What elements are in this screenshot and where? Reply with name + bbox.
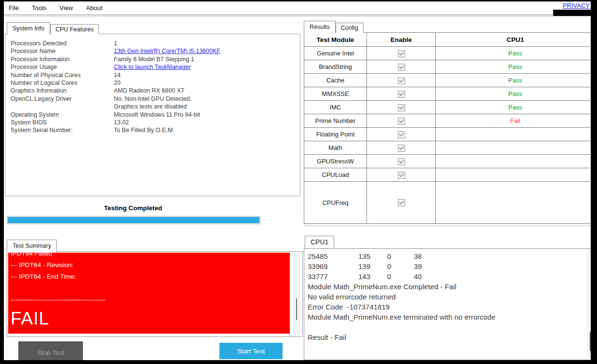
log-line: Module Math_PrimeNum.exe Completed - Fai… <box>308 282 585 292</box>
tab-results[interactable]: Results <box>304 21 336 33</box>
log-cell: 139 <box>358 261 387 271</box>
system-info-row: Number of Physical Cores14 <box>11 71 220 79</box>
log-number-row: 33777143040 <box>308 271 585 282</box>
info-value: No. Non-Intel GPU Detected. <box>114 95 191 102</box>
tab-cpu1[interactable]: CPU1 <box>305 236 334 248</box>
results-table: Test ModuleEnableCPU1 Genuine IntelPassB… <box>304 32 595 224</box>
tab-test-summary[interactable]: Test Summary <box>7 240 57 252</box>
log-line <box>308 322 585 332</box>
enable-checkbox[interactable] <box>398 199 405 206</box>
enable-cell <box>367 87 436 101</box>
info-label: OpenCL Legacy Driver <box>11 95 114 103</box>
enable-checkbox[interactable] <box>398 118 405 125</box>
system-info-row: Processors Detected1 <box>11 40 220 47</box>
table-row: BrandStringPass <box>304 60 595 74</box>
result-cell <box>436 141 595 155</box>
info-label: System Serial Number: <box>11 126 114 134</box>
menubar-item-tools[interactable]: Tools <box>32 4 46 12</box>
summary-line <box>11 283 290 294</box>
window-border-top <box>0 0 597 1</box>
enable-checkbox[interactable] <box>398 91 405 98</box>
system-info-row: OpenCL Legacy DriverNo. Non-Intel GPU De… <box>11 95 220 103</box>
enable-cell <box>367 182 436 224</box>
results-tabs: ResultsConfig <box>304 21 364 33</box>
enable-checkbox[interactable] <box>398 131 405 138</box>
module-name-cell: IMC <box>304 101 367 114</box>
info-value: 14 <box>114 72 121 79</box>
table-row: CachePass <box>304 74 595 87</box>
test-summary-panel: IPDT64 Failed--- IPDT64 - Revision:--- I… <box>7 251 303 337</box>
privacy-link[interactable]: PRIVACY <box>563 2 590 9</box>
column-header-enable: Enable <box>367 33 436 47</box>
info-value: Graphics tests are disabled <box>114 103 187 110</box>
info-value-link[interactable]: 13th Gen Intel(R) Core(TM) i5-13600KF <box>114 48 220 54</box>
scrollbar-thumb[interactable] <box>296 298 297 320</box>
enable-checkbox[interactable] <box>398 145 405 152</box>
summary-tabs: Test Summary <box>7 240 57 252</box>
system-info-row: System BIOS13.02 <box>11 119 220 126</box>
result-cell <box>436 128 595 141</box>
info-value: AMD Radeon RX 6800 XT <box>114 87 185 94</box>
column-header-cpu1: CPU1 <box>436 33 595 47</box>
window-border-right <box>591 0 597 364</box>
system-info-row: Operating SystemMicrosoft Windows 11 Pro… <box>11 111 220 119</box>
table-row: GPUStressW <box>304 155 595 168</box>
log-line: Error Code -1073741819 <box>308 302 585 312</box>
results-body: Genuine IntelPassBrandStringPassCachePas… <box>304 47 595 224</box>
enable-cell <box>367 47 436 60</box>
enable-cell <box>367 168 436 182</box>
result-cell: Pass <box>436 60 595 74</box>
table-row: Floating Point <box>304 128 595 141</box>
enable-checkbox[interactable] <box>398 50 405 57</box>
menubar-item-about[interactable]: About <box>86 4 102 12</box>
log-cell: 33777 <box>308 271 358 282</box>
start-test-button[interactable]: Start Test <box>219 343 283 359</box>
result-cell: Fail <box>436 114 595 128</box>
tab-config[interactable]: Config <box>336 23 364 33</box>
table-row: Math <box>304 141 595 155</box>
info-value: Microsoft Windows 11 Pro 64-bit <box>114 111 200 118</box>
module-name-cell: GPUStressW <box>304 155 367 168</box>
info-label: Processor Usage <box>11 63 114 71</box>
menubar-item-file[interactable]: File <box>9 4 19 12</box>
table-row: Prime NumberFail <box>304 114 595 128</box>
test-summary-alert: IPDT64 Failed--- IPDT64 - Revision:--- I… <box>8 253 290 334</box>
log-content: 254851350383396913903933777143040Module … <box>308 251 585 342</box>
module-name-cell: CPUFreq <box>304 182 367 224</box>
enable-cell <box>367 74 436 87</box>
system-info-row: Processor Name13th Gen Intel(R) Core(TM)… <box>11 47 220 55</box>
info-value-link[interactable]: Click to launch TaskManager <box>114 64 191 70</box>
system-tabs: System InfoCPU Features <box>7 22 99 35</box>
enable-checkbox[interactable] <box>398 77 405 84</box>
log-number-row: 33969139039 <box>308 261 585 271</box>
enable-cell <box>367 114 436 128</box>
summary-line: --- IPDT64 - Revision: <box>11 259 290 271</box>
enable-cell <box>367 101 436 114</box>
tab-system-info[interactable]: System Info <box>7 22 50 35</box>
enable-cell <box>367 141 436 155</box>
enable-checkbox[interactable] <box>398 104 405 111</box>
menubar-item-view[interactable]: View <box>59 4 73 12</box>
enable-checkbox[interactable] <box>398 172 405 179</box>
system-info-row: Processor InformationFamily 6 Model B7 S… <box>11 55 220 63</box>
results-header-row: Test ModuleEnableCPU1 <box>304 33 595 47</box>
log-cell: 0 <box>387 271 414 282</box>
info-label: Processor Information <box>11 55 114 63</box>
system-info-row: Processor UsageClick to launch TaskManag… <box>11 63 220 71</box>
summary-scrollbar[interactable] <box>292 253 301 334</box>
log-cell: 38 <box>414 251 422 261</box>
enable-checkbox[interactable] <box>398 158 405 165</box>
summary-line: ----------------------------------------… <box>11 294 290 306</box>
table-row: MMXSSEPass <box>304 87 595 101</box>
info-value: 20 <box>114 80 121 86</box>
enable-checkbox[interactable] <box>398 64 405 71</box>
fail-text: FAIL <box>11 306 290 330</box>
summary-lines: IPDT64 Failed--- IPDT64 - Revision:--- I… <box>8 253 290 330</box>
module-name-cell: Prime Number <box>304 114 367 128</box>
info-value: Family 6 Model B7 Stepping 1 <box>114 56 194 63</box>
tab-cpu-features[interactable]: CPU Features <box>50 24 99 34</box>
log-cell: 143 <box>358 271 387 282</box>
info-label: Processors Detected <box>11 40 114 47</box>
progress-bar <box>7 216 260 224</box>
module-name-cell: Floating Point <box>304 128 367 141</box>
